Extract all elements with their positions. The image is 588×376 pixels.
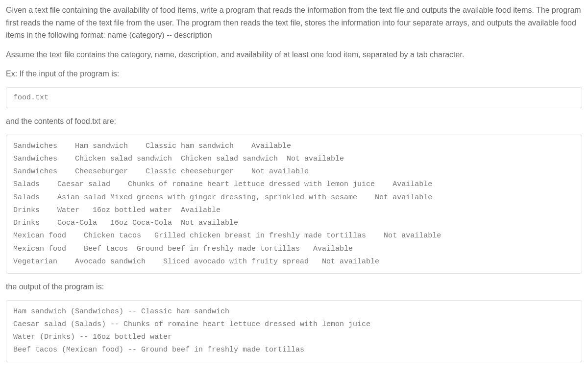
- program-output-code: Ham sandwich (Sandwiches) -- Classic ham…: [6, 300, 582, 362]
- contents-label: and the contents of food.txt are:: [6, 115, 582, 128]
- assume-paragraph: Assume the text file contains the catego…: [6, 48, 582, 61]
- file-contents-code: Sandwiches Ham sandwich Classic ham sand…: [6, 135, 582, 274]
- output-label: the output of the program is:: [6, 281, 582, 293]
- example-input-label: Ex: If the input of the program is:: [6, 68, 582, 80]
- intro-paragraph: Given a text file containing the availab…: [6, 4, 582, 42]
- input-filename-code: food.txt: [6, 87, 582, 108]
